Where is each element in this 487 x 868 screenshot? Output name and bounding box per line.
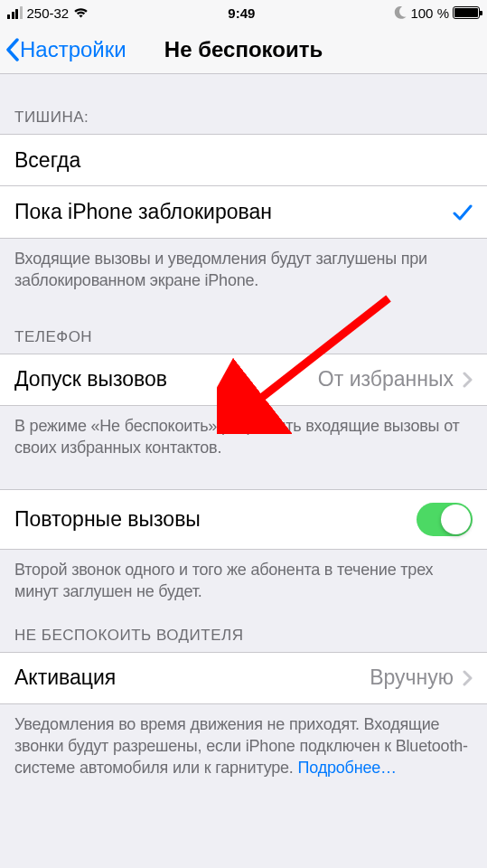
back-button[interactable]: Настройки	[5, 37, 126, 62]
clock: 9:49	[228, 5, 255, 21]
moon-icon	[394, 6, 407, 19]
driving-activate-value: Вручную	[370, 665, 454, 690]
repeated-calls-cell[interactable]: Повторные вызовы	[0, 489, 487, 550]
allow-calls-cell[interactable]: Допуск вызовов От избранных	[0, 354, 487, 406]
back-label: Настройки	[20, 37, 126, 62]
chevron-left-icon	[5, 38, 20, 61]
battery-text: 100 %	[410, 5, 449, 21]
allow-calls-label: Допуск вызовов	[14, 367, 167, 392]
allow-calls-footer: В режиме «Не беспокоить» разрешить входя…	[0, 406, 487, 474]
page-title: Не беспокоить	[164, 37, 323, 62]
repeated-calls-footer: Второй звонок одного и того же абонента …	[0, 550, 487, 618]
silence-always-cell[interactable]: Всегда	[0, 134, 487, 186]
status-bar: 250-32 9:49 100 %	[0, 0, 487, 25]
status-left: 250-32	[7, 5, 89, 21]
driving-activate-label: Активация	[14, 665, 116, 690]
driving-footer-text: Уведомления во время движения не приходя…	[14, 715, 468, 778]
signal-icon	[7, 6, 23, 19]
section-header-driving: НЕ БЕСПОКОИТЬ ВОДИТЕЛЯ	[0, 618, 487, 652]
battery-icon	[453, 6, 480, 19]
driving-activate-cell[interactable]: Активация Вручную	[0, 652, 487, 704]
chevron-right-icon	[463, 670, 473, 686]
silence-while-locked-cell[interactable]: Пока iPhone заблокирован	[0, 186, 487, 239]
chevron-right-icon	[463, 372, 473, 388]
nav-bar: Настройки Не беспокоить	[0, 25, 487, 74]
repeated-calls-toggle[interactable]	[417, 503, 473, 536]
silence-always-label: Всегда	[14, 148, 80, 173]
silence-footer: Входящие вызовы и уведомления будут загл…	[0, 239, 487, 307]
checkmark-icon	[453, 203, 473, 222]
repeated-calls-label: Повторные вызовы	[14, 507, 201, 532]
section-header-phone: ТЕЛЕФОН	[0, 307, 487, 354]
section-header-silence: ТИШИНА:	[0, 74, 487, 134]
driving-footer: Уведомления во время движения не приходя…	[0, 704, 487, 794]
silence-while-locked-label: Пока iPhone заблокирован	[14, 200, 272, 224]
status-right: 100 %	[394, 5, 480, 21]
learn-more-link[interactable]: Подробнее…	[297, 759, 396, 777]
carrier-label: 250-32	[27, 5, 70, 21]
allow-calls-value: От избранных	[318, 367, 454, 392]
wifi-icon	[73, 7, 89, 19]
